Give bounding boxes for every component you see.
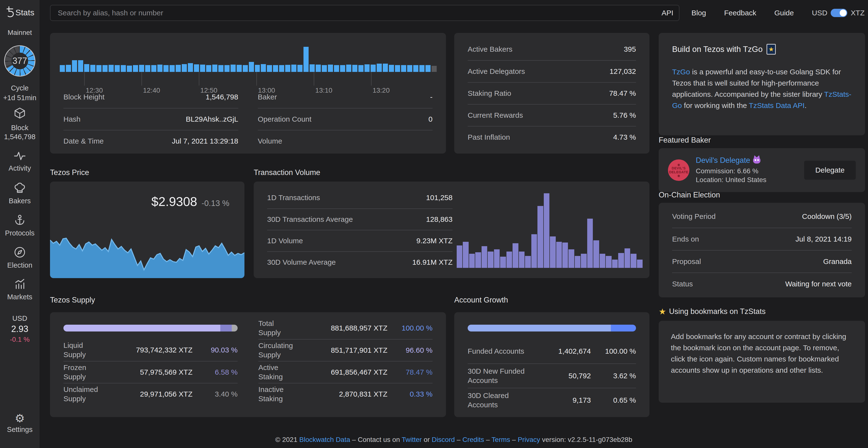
tezos-logo-icon <box>5 6 15 19</box>
sidebar-item-bakers[interactable]: Bakers <box>0 182 39 205</box>
stat-value: 127,032 <box>610 67 636 75</box>
stat-pct: 100.00 % <box>591 347 636 355</box>
inline-text: . <box>805 101 807 109</box>
cube-icon[interactable] <box>0 107 39 120</box>
stat-value-link[interactable]: BL29Ahsk..zGjL <box>186 115 238 123</box>
chart-bar <box>365 64 370 72</box>
chart-bar <box>108 65 114 72</box>
tzgo-promo-panel: Build on Tezos with TzGo ★ TzGo is a pow… <box>659 33 865 135</box>
avatar-eye-glyph: ◉ <box>677 174 680 177</box>
stat-value: 1,402,674 <box>535 347 591 355</box>
chart-bar <box>96 65 101 72</box>
chart-bar <box>568 249 574 268</box>
stat-label: 1D Volume <box>267 236 416 245</box>
currency-toggle[interactable] <box>831 9 847 17</box>
delegate-button[interactable]: Delegate <box>804 161 856 180</box>
bookmarks-body: Add bookmarks for any account or contrac… <box>671 331 853 376</box>
nav-link-feedback[interactable]: Feedback <box>724 9 756 17</box>
chart-bar <box>618 253 624 268</box>
nav-link-guide[interactable]: Guide <box>774 9 794 17</box>
baker-name-link[interactable]: Devil's Delegate <box>696 156 750 165</box>
stat-row: Circulating Supply851,717,901 XTZ96.60 % <box>258 339 433 361</box>
stat-label: Active Bakers <box>468 45 624 54</box>
chart-bar <box>230 65 236 72</box>
stat-row: Unclaimed Supply29,971,056 XTZ3.40 % <box>63 383 238 405</box>
chart-bar <box>206 65 211 72</box>
sidebar-item-protocols[interactable]: Protocols <box>0 214 39 237</box>
stat-row: Inactive Staking2,870,831 XTZ0.33 % <box>258 383 433 405</box>
chart-bar <box>606 256 611 268</box>
meter-segment <box>63 325 220 332</box>
sidebar-item-markets[interactable]: Markets <box>0 278 39 301</box>
sidebar-item-activity[interactable]: Activity <box>0 151 39 172</box>
inline-link[interactable]: TzStats Data API <box>749 101 805 109</box>
chart-bar <box>587 219 593 268</box>
nav-link-blog[interactable]: Blog <box>691 9 706 17</box>
stat-value: 128,863 <box>426 215 453 223</box>
chart-bar <box>188 63 193 72</box>
chart-bar <box>395 65 400 72</box>
chart-bar <box>513 243 518 268</box>
stat-label: Liquid Supply <box>63 341 105 359</box>
baker-commission: Commission: 6.66 % <box>696 167 804 175</box>
chart-bar <box>482 246 487 268</box>
stat-label: Past Inflation <box>468 133 613 142</box>
sidebar-item-election[interactable]: Election <box>0 246 39 269</box>
stat-row: Volume <box>258 130 433 152</box>
chart-bar <box>494 249 500 268</box>
chart-bar <box>60 65 65 72</box>
stat-value: 50,792 <box>535 372 591 380</box>
supply-meter-slot <box>63 317 238 339</box>
search-input[interactable] <box>50 5 679 21</box>
section-title-supply: Tezos Supply <box>50 296 95 304</box>
inline-link[interactable]: TzGo <box>672 68 690 76</box>
inline-link[interactable]: Terms <box>492 436 510 443</box>
sidebar-item-settings[interactable]: ⚙ Settings <box>0 412 39 434</box>
stat-row: 30D Volume Average16.91M XTZ <box>267 251 453 273</box>
chart-bar <box>310 64 315 72</box>
chart-bar <box>407 65 412 72</box>
avatar-eye-glyph: ◉ <box>677 163 680 166</box>
stat-label: Active Delegators <box>468 67 610 76</box>
stat-row: Block Height1,546,798 <box>63 86 238 108</box>
stat-label: Voting Period <box>672 212 802 221</box>
stat-value: Waiting for next vote <box>785 280 851 288</box>
stat-label: Operation Count <box>258 114 429 124</box>
inline-link[interactable]: Privacy <box>518 436 540 443</box>
baker-avatar[interactable]: ◉ DEVIL'S DELEGATE ◉ <box>668 160 689 181</box>
stat-row: 30D New Funded Accounts50,7923.62 % <box>468 364 636 388</box>
chart-bar <box>401 65 406 72</box>
inline-text: version: v2.2.5-11-g073eb28b <box>540 436 632 443</box>
tick-line <box>371 72 372 85</box>
cycle-gauge[interactable]: 377 <box>4 45 35 76</box>
section-title-election: On-Chain Election <box>659 191 720 199</box>
inline-link[interactable]: Discord <box>432 436 455 443</box>
stat-value: 793,742,332 XTZ <box>105 346 192 354</box>
chart-bar <box>145 65 150 72</box>
chart-bar <box>139 65 144 72</box>
stat-value: Jul 7, 2021 13:29:18 <box>172 137 238 145</box>
stat-row: StatusWaiting for next vote <box>672 273 851 295</box>
inline-link[interactable]: Twitter <box>402 436 422 443</box>
tzstats-logo[interactable]: Stats <box>0 6 39 19</box>
toggle-label-xtz: XTZ <box>851 9 865 17</box>
supply-panel: Liquid Supply793,742,332 XTZ90.03 %Froze… <box>50 312 446 417</box>
chart-bar <box>267 65 272 72</box>
stat-row: Operation Count0 <box>258 108 433 130</box>
inline-link[interactable]: Blockwatch Data <box>299 436 350 443</box>
meter-segment <box>468 325 611 332</box>
supply-right-column: Total Supply881,688,957 XTZ100.00 %Circu… <box>258 317 433 405</box>
stat-label: Current Rewards <box>468 111 613 120</box>
chart-bar <box>389 65 394 72</box>
stat-pct: 78.47 % <box>388 368 433 376</box>
chart-bar <box>157 65 162 72</box>
stat-value: 851,717,901 XTZ <box>300 346 388 354</box>
inline-link[interactable]: Credits <box>462 436 484 443</box>
stat-value-link[interactable]: Cooldown (3/5) <box>802 212 851 220</box>
stat-value: 1,546,798 <box>206 93 238 101</box>
stat-label: Active Staking <box>258 363 300 381</box>
growth-meter-slot <box>468 317 636 339</box>
meter-segment <box>232 325 238 332</box>
chart-bar <box>537 206 543 268</box>
nav-link-api[interactable]: API <box>661 9 673 17</box>
